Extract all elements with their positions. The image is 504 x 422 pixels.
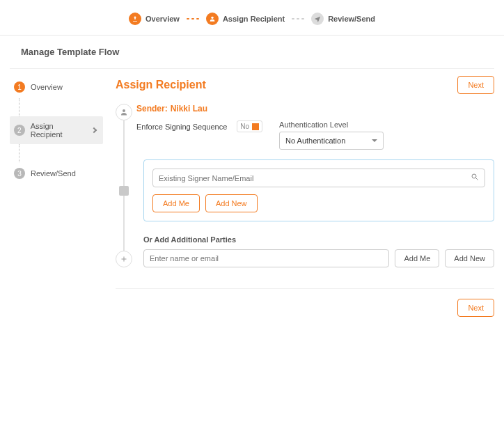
chevron-down-icon [372, 139, 377, 142]
auth-level-select[interactable]: No Authentication [279, 132, 384, 150]
enforce-sequence-toggle[interactable]: No [237, 120, 262, 132]
connector-1 [187, 18, 199, 19]
next-button-bottom[interactable]: Next [457, 299, 494, 317]
sender-node-icon [116, 104, 132, 120]
search-icon [471, 173, 479, 183]
side-connector [19, 144, 103, 162]
step-number: 3 [14, 168, 25, 179]
auth-level-value: No Authentication [285, 136, 345, 145]
signer-node-icon [119, 186, 129, 196]
add-party-node-icon[interactable] [116, 251, 132, 267]
signer-search[interactable] [152, 169, 485, 187]
next-button-top[interactable]: Next [457, 76, 494, 94]
step-review-label: Review/Send [328, 15, 375, 23]
sidebar-item-assign[interactable]: 2 Assign Recipient [10, 116, 103, 144]
person-icon [206, 13, 219, 25]
step-overview-label: Overview [145, 15, 180, 23]
send-icon [311, 13, 324, 25]
upload-icon [129, 13, 141, 25]
toggle-handle-icon [252, 123, 259, 130]
step-number: 1 [14, 81, 25, 93]
step-overview[interactable]: Overview [129, 13, 180, 25]
signer-add-new-button[interactable]: Add New [205, 194, 258, 212]
page-title: Manage Template Flow [10, 36, 494, 69]
sidebar-item-label: Assign Recipient [31, 122, 86, 139]
party-name-input[interactable] [143, 249, 389, 267]
sender-name: Nikki Lau [171, 104, 207, 114]
svg-line-3 [476, 178, 478, 180]
sidebar-item-label: Review/Send [31, 169, 76, 178]
step-assign[interactable]: Assign Recipient [206, 13, 285, 25]
wizard-sidebar: 1 Overview 2 Assign Recipient 3 Review/S… [10, 76, 103, 317]
additional-parties-heading: Or Add Additional Parties [143, 235, 494, 244]
connector-2 [292, 18, 304, 19]
sender-label: Sender: [136, 104, 168, 114]
recipient-timeline: Sender: Nikki Lau Enforce Signing Sequen… [116, 104, 494, 267]
step-number: 2 [14, 125, 25, 136]
side-connector [19, 98, 103, 116]
svg-point-0 [211, 17, 213, 19]
sidebar-item-review[interactable]: 3 Review/Send [10, 162, 103, 185]
main-panel: Assign Recipient Next Sender: Nikki Lau [103, 76, 494, 317]
svg-point-1 [123, 109, 125, 112]
section-title: Assign Recipient [116, 79, 206, 91]
party-add-new-button[interactable]: Add New [445, 249, 494, 267]
toggle-value: No [240, 123, 249, 130]
chevron-right-icon [91, 127, 97, 133]
step-assign-label: Assign Recipient [223, 15, 285, 23]
enforce-sequence-label: Enforce Signing Sequence [136, 123, 227, 131]
sidebar-item-label: Overview [31, 83, 63, 91]
sidebar-item-overview[interactable]: 1 Overview [10, 76, 103, 98]
step-review[interactable]: Review/Send [311, 13, 375, 25]
signer-search-input[interactable] [159, 174, 466, 182]
signer-search-box: Add Me Add New [143, 159, 494, 221]
section-divider [116, 288, 494, 289]
party-add-me-button[interactable]: Add Me [395, 249, 439, 267]
svg-point-2 [472, 174, 476, 178]
signer-add-me-button[interactable]: Add Me [152, 194, 200, 212]
progress-stepper: Overview Assign Recipient Review/Send [0, 0, 504, 36]
auth-level-label: Authentication Level [279, 120, 384, 129]
